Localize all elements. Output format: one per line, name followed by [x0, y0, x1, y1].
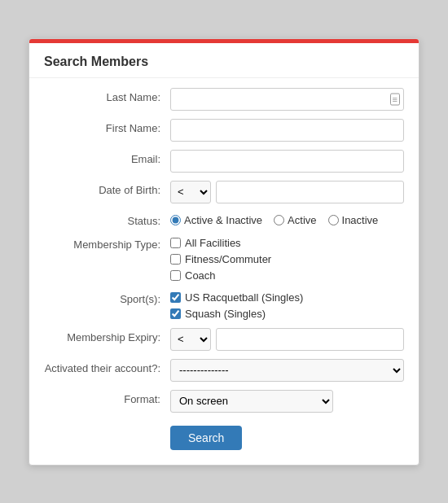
status-field-wrapper: Active & Inactive Active Inactive	[170, 212, 404, 226]
status-all-label: Active & Inactive	[184, 214, 262, 226]
last-name-label: Last Name:	[44, 88, 170, 103]
expiry-comparator[interactable]: < > = <= >=	[170, 328, 211, 351]
activated-field-wrapper: -------------- Yes No	[170, 359, 404, 382]
status-row: Status: Active & Inactive Active Inactiv…	[44, 212, 404, 227]
status-inactive-radio[interactable]	[328, 215, 339, 225]
search-button[interactable]: Search	[170, 426, 242, 450]
format-row: Format: On screen CSV PDF	[44, 390, 404, 413]
status-inactive-option[interactable]: Inactive	[328, 214, 379, 226]
last-name-row: Last Name: ≡	[44, 88, 404, 111]
first-name-input[interactable]	[170, 119, 404, 142]
membership-all-facilities-checkbox[interactable]	[170, 238, 181, 248]
page-title: Search Members	[29, 43, 419, 78]
membership-fitness-label: Fitness/Commuter	[185, 253, 271, 265]
status-inactive-label: Inactive	[342, 214, 379, 226]
search-members-window: Search Members Last Name: ≡ First Name: …	[29, 38, 419, 466]
membership-type-field-wrapper: All Facilities Fitness/Commuter Coach	[170, 235, 404, 282]
sport-racquetball-option[interactable]: US Racquetball (Singles)	[170, 291, 404, 304]
membership-coach-option[interactable]: Coach	[170, 269, 404, 282]
activated-select[interactable]: -------------- Yes No	[170, 359, 404, 382]
status-active-label: Active	[288, 214, 316, 226]
status-label: Status:	[44, 212, 170, 227]
first-name-row: First Name:	[44, 119, 404, 142]
sport-squash-option[interactable]: Squash (Singles)	[170, 308, 404, 320]
membership-fitness-checkbox[interactable]	[170, 254, 181, 265]
format-label: Format:	[44, 390, 170, 405]
list-icon: ≡	[390, 93, 400, 105]
membership-expiry-row: Membership Expiry: < > = <= >=	[44, 328, 404, 351]
membership-coach-label: Coach	[185, 269, 216, 282]
first-name-field-wrapper	[170, 119, 404, 142]
email-row: Email:	[44, 150, 404, 173]
dob-input[interactable]	[216, 181, 404, 203]
activated-label: Activated their account?:	[44, 359, 170, 374]
sport-racquetball-label: US Racquetball (Singles)	[185, 291, 303, 304]
last-name-input[interactable]	[170, 88, 404, 111]
status-all-radio[interactable]	[170, 215, 181, 225]
email-field-wrapper	[170, 150, 404, 173]
email-label: Email:	[44, 150, 170, 165]
sports-checkbox-group: US Racquetball (Singles) Squash (Singles…	[170, 290, 404, 320]
dob-row: Date of Birth: < > = <= >=	[44, 181, 404, 203]
sports-label: Sport(s):	[44, 290, 170, 305]
email-input[interactable]	[170, 150, 404, 173]
expiry-date-input[interactable]	[216, 328, 404, 351]
dob-label: Date of Birth:	[44, 181, 170, 196]
status-active-option[interactable]: Active	[274, 214, 316, 226]
membership-type-label: Membership Type:	[44, 235, 170, 251]
format-field-wrapper: On screen CSV PDF	[170, 390, 404, 413]
activated-row: Activated their account?: --------------…	[44, 359, 404, 382]
sport-racquetball-checkbox[interactable]	[170, 292, 181, 303]
membership-expiry-field-wrapper: < > = <= >=	[170, 328, 404, 351]
button-row: Search	[44, 421, 404, 450]
status-radio-group: Active & Inactive Active Inactive	[170, 212, 404, 226]
membership-all-facilities-option[interactable]: All Facilities	[170, 237, 404, 249]
membership-coach-checkbox[interactable]	[170, 270, 181, 281]
dob-comparator[interactable]: < > = <= >=	[170, 181, 211, 203]
status-all-option[interactable]: Active & Inactive	[170, 214, 262, 226]
sport-squash-label: Squash (Singles)	[185, 308, 266, 320]
membership-type-checkbox-group: All Facilities Fitness/Commuter Coach	[170, 235, 404, 282]
form-body: Last Name: ≡ First Name: Email: Date of …	[29, 78, 419, 465]
dob-field-wrapper: < > = <= >=	[170, 181, 404, 203]
status-active-radio[interactable]	[274, 215, 284, 225]
last-name-field-wrapper: ≡	[170, 88, 404, 111]
membership-all-facilities-label: All Facilities	[185, 237, 241, 249]
format-select[interactable]: On screen CSV PDF	[170, 390, 333, 413]
sports-field-wrapper: US Racquetball (Singles) Squash (Singles…	[170, 290, 404, 320]
membership-type-row: Membership Type: All Facilities Fitness/…	[44, 235, 404, 282]
sport-squash-checkbox[interactable]	[170, 308, 181, 319]
membership-expiry-label: Membership Expiry:	[44, 328, 170, 343]
membership-fitness-option[interactable]: Fitness/Commuter	[170, 253, 404, 265]
first-name-label: First Name:	[44, 119, 170, 134]
sports-row: Sport(s): US Racquetball (Singles) Squas…	[44, 290, 404, 320]
